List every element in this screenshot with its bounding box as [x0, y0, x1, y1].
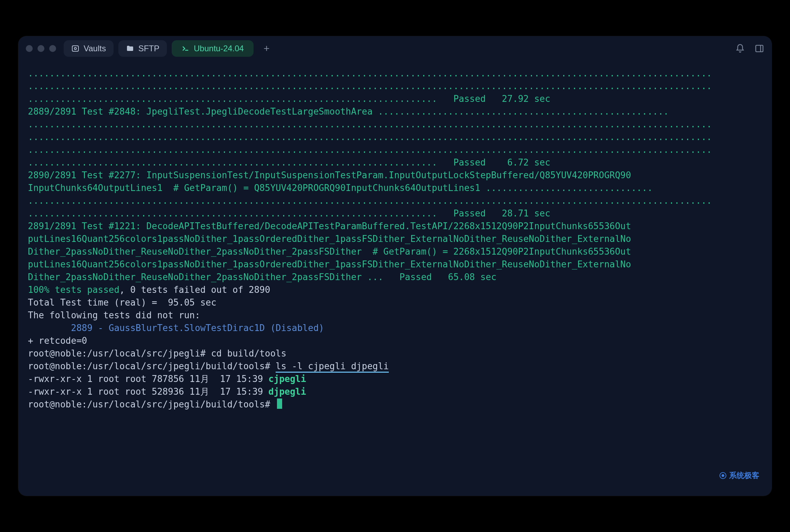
window-controls: [26, 45, 56, 52]
watermark-text: 系统极客: [729, 470, 759, 481]
output-line: ........................................…: [28, 131, 762, 143]
output-line: ........................................…: [28, 194, 762, 207]
folder-icon: [126, 44, 134, 53]
prompt-line: root@noble:/usr/local/src/jpegli/build/t…: [28, 360, 762, 373]
terminal-icon: [181, 44, 190, 53]
output-line: ........................................…: [28, 80, 762, 93]
bell-icon[interactable]: [735, 44, 745, 53]
svg-rect-0: [72, 46, 78, 51]
minimize-dot[interactable]: [38, 45, 44, 52]
tab-vaults[interactable]: Vaults: [64, 40, 114, 57]
output-line: 2891/2891 Test #1221: DecodeAPITestBuffe…: [28, 220, 762, 233]
titlebar-right: [735, 44, 764, 53]
output-line: putLines16Quant256colors1passNoDither_1p…: [28, 233, 762, 245]
vault-icon: [71, 44, 79, 53]
file-cjpegli: cjpegli: [268, 374, 306, 384]
tab-ubuntu-label: Ubuntu-24.04: [194, 44, 244, 53]
cursor: [277, 398, 282, 409]
terminal-window: Vaults SFTP Ubuntu-24.04 + .............…: [18, 36, 772, 496]
output-line: ........................................…: [28, 207, 762, 220]
svg-point-5: [722, 475, 724, 477]
total-time: Total Test time (real) = 95.05 sec: [28, 296, 762, 309]
command-underlined: ls -l cjpegli djpegli: [276, 361, 389, 373]
titlebar: Vaults SFTP Ubuntu-24.04 +: [18, 36, 772, 61]
tab-sftp[interactable]: SFTP: [118, 40, 167, 57]
summary-line: 100% tests passed, 0 tests failed out of…: [28, 284, 762, 296]
new-tab-button[interactable]: +: [260, 42, 273, 55]
svg-rect-2: [756, 45, 763, 52]
close-dot[interactable]: [26, 45, 33, 52]
output-line: ........................................…: [28, 118, 762, 131]
output-line: Dither_2passNoDither_ReuseNoDither_2pass…: [28, 245, 762, 258]
not-run-header: The following tests did not run:: [28, 309, 762, 322]
tab-vaults-label: Vaults: [84, 44, 106, 53]
file-djpegli: djpegli: [268, 386, 306, 397]
watermark: 系统极客: [719, 470, 759, 481]
terminal-body[interactable]: ........................................…: [18, 61, 772, 496]
output-line: ........................................…: [28, 93, 762, 105]
output-line: 2890/2891 Test #2277: InputSuspensionTes…: [28, 169, 762, 182]
retcode-line: + retcode=0: [28, 334, 762, 347]
tab-sftp-label: SFTP: [138, 44, 159, 53]
panel-icon[interactable]: [755, 44, 764, 53]
output-line: ........................................…: [28, 67, 762, 80]
output-line: putLines16Quant256colors1passNoDither_1p…: [28, 258, 762, 271]
zoom-dot[interactable]: [49, 45, 56, 52]
ls-line: -rwxr-xr-x 1 root root 528936 11月 17 15:…: [28, 385, 762, 398]
output-line: Dither_2passNoDither_ReuseNoDither_2pass…: [28, 271, 762, 284]
ls-line: -rwxr-xr-x 1 root root 787856 11月 17 15:…: [28, 373, 762, 385]
output-line: InputChunks64OutputLines1 # GetParam() =…: [28, 182, 762, 194]
tab-ubuntu[interactable]: Ubuntu-24.04: [172, 40, 253, 57]
not-run-item: 2889 - GaussBlurTest.SlowTestDirac1D (Di…: [28, 322, 762, 334]
svg-point-1: [74, 47, 76, 50]
prompt-cursor-line: root@noble:/usr/local/src/jpegli/build/t…: [28, 398, 762, 411]
output-line: 2889/2891 Test #2848: JpegliTest.JpegliD…: [28, 105, 762, 118]
prompt-line: root@noble:/usr/local/src/jpegli# cd bui…: [28, 347, 762, 360]
output-line: ........................................…: [28, 156, 762, 169]
output-line: ........................................…: [28, 143, 762, 156]
